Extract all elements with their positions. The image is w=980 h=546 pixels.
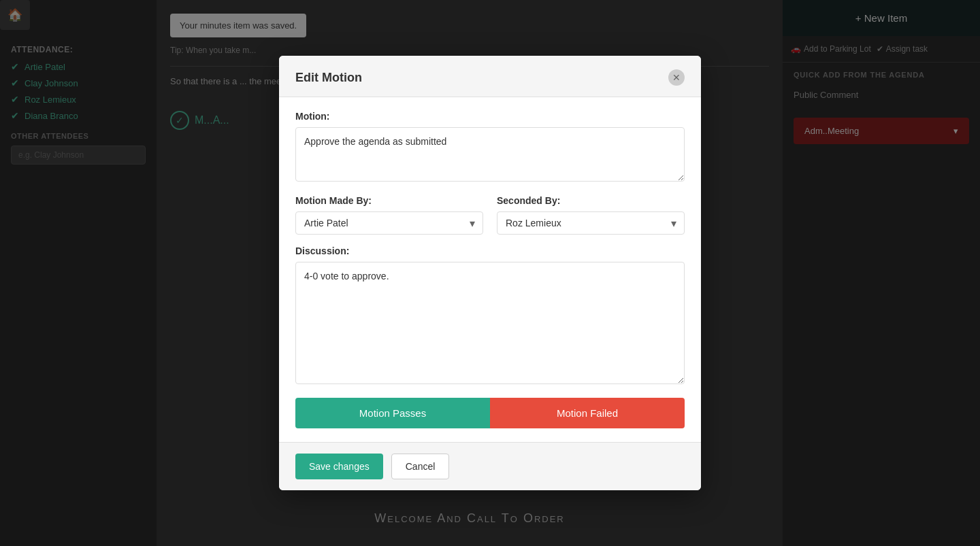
discussion-textarea[interactable]: 4-0 vote to approve. bbox=[295, 262, 685, 384]
motion-failed-button[interactable]: Motion Failed bbox=[490, 398, 685, 428]
motion-made-by-label: Motion Made By: bbox=[295, 195, 483, 206]
motion-result-buttons: Motion Passes Motion Failed bbox=[295, 398, 685, 428]
modal-body: Motion: Approve the agenda as submitted … bbox=[279, 97, 701, 442]
modal-close-button[interactable]: ✕ bbox=[668, 69, 685, 86]
motion-made-by-select[interactable]: Artie Patel Clay Johnson Roz Lemieux Dia… bbox=[295, 211, 483, 235]
seconded-by-label: Seconded By: bbox=[497, 195, 685, 206]
modal-overlay: Edit Motion ✕ Motion: Approve the agenda… bbox=[0, 0, 980, 546]
motion-made-by-group: Motion Made By: Artie Patel Clay Johnson… bbox=[295, 195, 483, 235]
modal-header: Edit Motion ✕ bbox=[279, 56, 701, 97]
save-changes-button[interactable]: Save changes bbox=[295, 454, 383, 479]
discussion-label: Discussion: bbox=[295, 245, 685, 256]
motion-textarea[interactable]: Approve the agenda as submitted bbox=[295, 127, 685, 182]
form-row-selects: Motion Made By: Artie Patel Clay Johnson… bbox=[295, 195, 685, 235]
seconded-by-select[interactable]: Artie Patel Clay Johnson Roz Lemieux Dia… bbox=[497, 211, 685, 235]
seconded-by-select-wrapper: Artie Patel Clay Johnson Roz Lemieux Dia… bbox=[497, 211, 685, 235]
motion-passes-button[interactable]: Motion Passes bbox=[295, 398, 490, 428]
motion-made-by-select-wrapper: Artie Patel Clay Johnson Roz Lemieux Dia… bbox=[295, 211, 483, 235]
edit-motion-modal: Edit Motion ✕ Motion: Approve the agenda… bbox=[279, 56, 701, 490]
cancel-button[interactable]: Cancel bbox=[391, 454, 450, 479]
modal-footer: Save changes Cancel bbox=[279, 442, 701, 490]
seconded-by-group: Seconded By: Artie Patel Clay Johnson Ro… bbox=[497, 195, 685, 235]
motion-label: Motion: bbox=[295, 111, 685, 122]
modal-title: Edit Motion bbox=[295, 71, 362, 85]
